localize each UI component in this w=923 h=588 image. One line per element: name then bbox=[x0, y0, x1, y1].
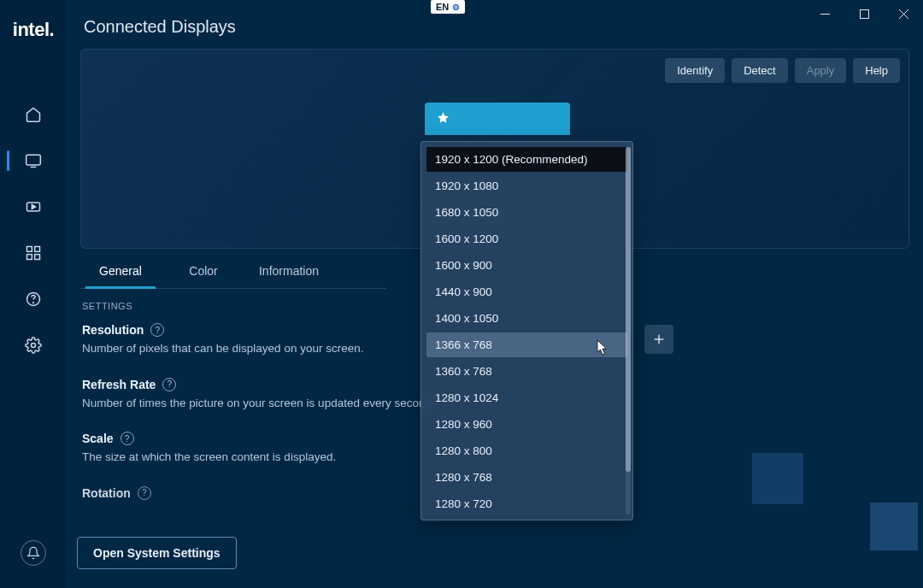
svg-point-13 bbox=[33, 303, 34, 303]
svg-rect-10 bbox=[27, 255, 32, 260]
nav-help[interactable] bbox=[0, 287, 67, 311]
setting-resolution-desc: Number of pixels that can be displayed o… bbox=[82, 340, 441, 357]
setting-scale-desc: The size at which the screen content is … bbox=[82, 449, 441, 466]
identify-button[interactable]: Identify bbox=[665, 58, 725, 83]
setting-scale-label: Scale bbox=[82, 432, 114, 445]
resolution-option[interactable]: 1280 x 960 bbox=[426, 412, 627, 437]
setting-refresh-label: Refresh Rate bbox=[82, 378, 156, 391]
page-title: Connected Displays bbox=[84, 17, 909, 37]
add-custom-resolution-button[interactable] bbox=[644, 325, 673, 354]
resolution-option[interactable]: 1920 x 1200 (Recommended) bbox=[426, 147, 627, 172]
decorative-square bbox=[870, 503, 918, 550]
help-icon[interactable]: ? bbox=[121, 432, 134, 445]
primary-display-tab[interactable] bbox=[425, 103, 570, 135]
setting-refresh-rate: Refresh Rate? Number of times the pictur… bbox=[82, 378, 441, 412]
resolution-option[interactable]: 1360 x 768 bbox=[426, 359, 627, 384]
svg-rect-9 bbox=[35, 247, 40, 252]
setting-refresh-desc: Number of times the picture on your scre… bbox=[82, 395, 441, 412]
nav-home[interactable] bbox=[0, 103, 67, 126]
nav-video[interactable] bbox=[0, 195, 67, 219]
resolution-option[interactable]: 1440 x 900 bbox=[426, 279, 627, 304]
star-icon bbox=[437, 111, 450, 127]
window-controls bbox=[805, 0, 923, 27]
setting-rotation-label: Rotation bbox=[82, 486, 131, 500]
setting-resolution: Resolution? Number of pixels that can be… bbox=[82, 323, 441, 357]
svg-marker-7 bbox=[32, 205, 35, 209]
nav-settings[interactable] bbox=[0, 333, 67, 357]
settings-tabs: General Color Information bbox=[80, 254, 386, 289]
resolution-option[interactable]: 1680 x 1050 bbox=[426, 200, 627, 225]
minimize-button[interactable] bbox=[805, 0, 844, 27]
intel-logo: intel bbox=[13, 19, 54, 41]
svg-rect-1 bbox=[860, 9, 868, 18]
scrollbar-thumb[interactable] bbox=[626, 147, 631, 472]
resolution-option[interactable]: 1600 x 1200 bbox=[426, 226, 627, 251]
tab-general[interactable]: General bbox=[80, 254, 161, 288]
svg-rect-11 bbox=[35, 255, 40, 260]
close-button[interactable] bbox=[884, 0, 923, 27]
open-system-settings-button[interactable]: Open System Settings bbox=[77, 537, 237, 569]
setting-resolution-label: Resolution bbox=[82, 323, 144, 337]
resolution-option[interactable]: 1280 x 800 bbox=[426, 438, 627, 463]
tab-information[interactable]: Information bbox=[246, 254, 332, 288]
maximize-button[interactable] bbox=[844, 0, 884, 27]
decorative-square bbox=[752, 453, 803, 504]
svg-rect-4 bbox=[26, 155, 41, 165]
resolution-option[interactable]: 1280 x 1024 bbox=[426, 385, 627, 410]
notifications-button[interactable] bbox=[21, 540, 46, 566]
detect-button[interactable]: Detect bbox=[732, 58, 788, 83]
resolution-dropdown: 1920 x 1200 (Recommended)1920 x 10801680… bbox=[420, 141, 633, 520]
setting-scale: Scale? The size at which the screen cont… bbox=[82, 432, 441, 466]
svg-point-14 bbox=[32, 344, 36, 348]
resolution-option[interactable]: 1280 x 720 bbox=[426, 491, 627, 516]
help-icon[interactable]: ? bbox=[150, 323, 164, 337]
resolution-option[interactable]: 1400 x 1050 bbox=[426, 306, 627, 331]
tab-color[interactable]: Color bbox=[161, 254, 246, 288]
nav-grid[interactable] bbox=[0, 241, 67, 265]
svg-rect-8 bbox=[27, 247, 32, 252]
resolution-option[interactable]: 1920 x 1080 bbox=[426, 173, 627, 198]
apply-button: Apply bbox=[795, 58, 847, 83]
cursor-icon bbox=[597, 340, 608, 359]
resolution-option[interactable]: 1280 x 768 bbox=[426, 465, 627, 490]
setting-rotation: Rotation? bbox=[82, 486, 441, 500]
nav-display[interactable] bbox=[0, 149, 67, 173]
resolution-option[interactable]: 1600 x 900 bbox=[426, 253, 627, 278]
help-button[interactable]: Help bbox=[853, 58, 900, 83]
sidebar: intel bbox=[0, 0, 67, 588]
help-icon[interactable]: ? bbox=[162, 378, 176, 391]
help-icon[interactable]: ? bbox=[138, 486, 151, 500]
